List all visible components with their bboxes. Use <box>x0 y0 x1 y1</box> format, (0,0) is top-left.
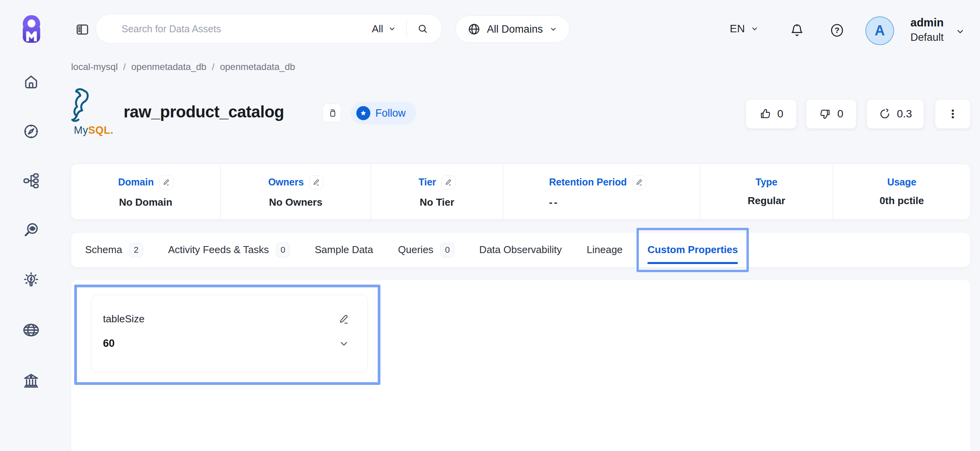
breadcrumb: local-mysql / openmetadata_db / openmeta… <box>71 61 295 72</box>
sidebar-item-observability[interactable] <box>22 221 40 239</box>
info-column-owners: Owners No Owners <box>221 164 371 219</box>
owners-label: Owners <box>268 177 304 188</box>
edit-pencil-icon <box>312 178 320 186</box>
sidebar-item-explore[interactable] <box>22 122 40 140</box>
edit-owners-button[interactable] <box>309 175 323 189</box>
kebab-menu-icon <box>947 108 959 120</box>
compass-icon <box>22 122 40 140</box>
edit-domain-button[interactable] <box>159 175 173 189</box>
svg-text:?: ? <box>835 26 840 35</box>
breadcrumb-schema[interactable]: openmetadata_db <box>220 61 295 72</box>
retention-label: Retention Period <box>549 177 627 188</box>
follow-button[interactable]: Follow <box>351 102 416 124</box>
entity-tab-bar: Schema 2 Activity Feeds & Tasks 0 Sample… <box>71 232 971 267</box>
user-menu[interactable]: admin Default <box>910 17 944 43</box>
mysql-logo: MySQL. <box>69 88 119 136</box>
star-icon <box>356 106 370 120</box>
edit-pencil-icon <box>635 178 643 186</box>
domain-label: Domain <box>118 177 154 188</box>
upvote-button[interactable]: 0 <box>746 99 797 129</box>
sidebar-item-insights[interactable] <box>22 271 40 289</box>
sidebar-item-home[interactable] <box>22 73 40 91</box>
follow-label: Follow <box>375 107 406 119</box>
flow-icon <box>22 172 40 190</box>
custom-property-card: tableSize 60 <box>91 295 368 372</box>
tab-data-observability[interactable]: Data Observability <box>479 232 561 267</box>
edit-pencil-icon <box>445 178 452 186</box>
tab-count-badge: 2 <box>129 243 143 257</box>
tab-count-badge: 0 <box>440 243 454 257</box>
tab-schema[interactable]: Schema 2 <box>85 232 143 267</box>
type-value: Regular <box>748 195 785 207</box>
custom-properties-panel: tableSize 60 <box>71 280 971 451</box>
search-eye-icon <box>22 221 40 239</box>
breadcrumb-database[interactable]: openmetadata_db <box>131 61 207 72</box>
tab-custom-properties[interactable]: Custom Properties <box>647 232 738 267</box>
type-label: Type <box>755 177 778 188</box>
more-options-button[interactable] <box>935 99 971 129</box>
tab-sample-data[interactable]: Sample Data <box>315 232 373 267</box>
language-dropdown[interactable]: EN <box>730 23 759 35</box>
sidebar-item-domains[interactable] <box>22 321 40 339</box>
tier-value: No Tier <box>420 196 454 208</box>
info-column-usage: Usage 0th pctile <box>833 164 970 219</box>
user-name-label: admin <box>910 17 944 28</box>
chevron-down-icon <box>388 24 396 33</box>
chevron-down-icon[interactable] <box>338 338 350 350</box>
language-label: EN <box>730 23 745 35</box>
globe-icon <box>22 321 40 339</box>
breadcrumb-separator: / <box>212 61 214 72</box>
usage-label: Usage <box>887 177 916 188</box>
openmetadata-logo-icon[interactable] <box>16 14 47 44</box>
help-button[interactable]: ? <box>829 23 845 38</box>
info-column-tier: Tier No Tier <box>371 164 503 219</box>
all-domains-button[interactable]: All Domains <box>455 16 570 43</box>
tab-count-badge: 0 <box>276 243 290 257</box>
lightbulb-icon <box>22 271 40 289</box>
tier-label: Tier <box>419 177 436 188</box>
user-avatar[interactable]: A <box>865 16 894 45</box>
edit-retention-button[interactable] <box>632 175 646 189</box>
info-column-domain: Domain No Domain <box>71 164 221 219</box>
app-window: All All Domains EN ? A admin <box>0 0 980 451</box>
sidebar-item-govern[interactable] <box>22 371 40 389</box>
all-domains-label: All Domains <box>487 23 543 35</box>
version-number: 0.3 <box>897 108 912 120</box>
thumbs-down-icon <box>819 108 832 120</box>
search-icon[interactable] <box>417 23 429 35</box>
entity-info-panel: Domain No Domain Owners No Owners Tier <box>71 164 971 220</box>
mysql-wordmark: MySQL. <box>69 125 119 136</box>
tab-lineage[interactable]: Lineage <box>587 232 623 267</box>
edit-pencil-icon[interactable] <box>338 313 350 325</box>
mysql-dolphin-icon <box>70 88 118 123</box>
tab-queries[interactable]: Queries 0 <box>398 232 454 267</box>
user-profile-label: Default <box>910 32 944 43</box>
home-icon <box>22 73 40 91</box>
owners-value: No Owners <box>269 196 322 208</box>
chevron-down-icon <box>549 25 558 33</box>
downvote-button[interactable]: 0 <box>806 99 856 129</box>
sidebar-item-lineage[interactable] <box>22 172 40 190</box>
breadcrumb-service[interactable]: local-mysql <box>71 61 118 72</box>
tab-activity-feeds[interactable]: Activity Feeds & Tasks 0 <box>168 232 290 267</box>
search-input[interactable] <box>122 23 372 35</box>
copy-name-button[interactable] <box>323 103 341 122</box>
upvote-count: 0 <box>777 108 783 120</box>
retention-value: -- <box>549 196 559 208</box>
bell-icon <box>789 23 805 38</box>
question-circle-icon: ? <box>829 23 845 38</box>
domain-value: No Domain <box>119 196 172 208</box>
avatar-initial: A <box>875 23 885 39</box>
edit-tier-button[interactable] <box>441 175 455 189</box>
sidebar-toggle-icon[interactable] <box>75 22 90 37</box>
chevron-down-icon[interactable] <box>955 26 965 37</box>
globe-icon <box>467 23 481 36</box>
version-history-icon <box>879 108 891 120</box>
notifications-button[interactable] <box>789 23 805 38</box>
property-value: 60 <box>103 337 115 350</box>
version-button[interactable]: 0.3 <box>867 99 924 129</box>
page-title: raw_product_catalog <box>124 103 284 121</box>
info-column-type: Type Regular <box>700 164 834 219</box>
search-scope-dropdown[interactable]: All <box>372 23 396 35</box>
downvote-count: 0 <box>837 108 844 120</box>
